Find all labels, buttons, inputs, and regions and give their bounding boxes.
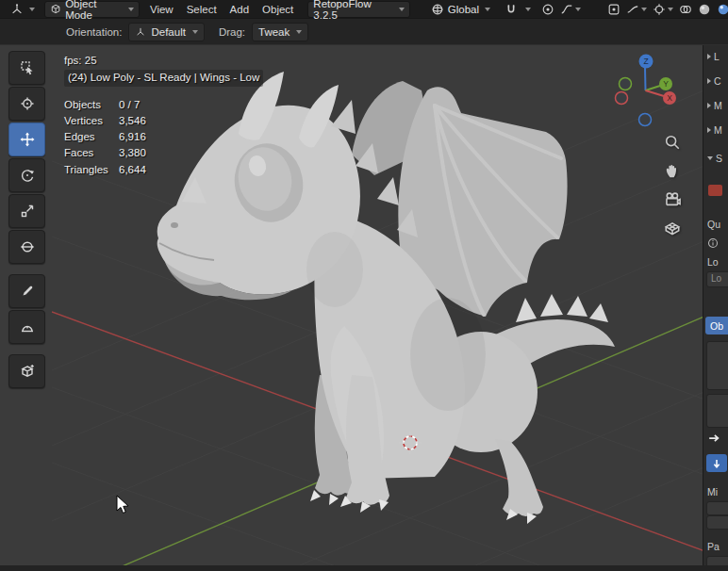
- tool-transform[interactable]: [8, 230, 45, 264]
- stat-row: Vertices3,546: [64, 113, 263, 129]
- move-icon: [20, 132, 35, 147]
- camera-view-control[interactable]: [664, 191, 681, 208]
- editor-type-dropdown[interactable]: [5, 1, 41, 18]
- stat-row: Triangles6,644: [64, 162, 263, 178]
- rotate-icon: [20, 168, 35, 183]
- sidebar-info-button[interactable]: [707, 237, 719, 249]
- retopoflow-label: RetopoFlow 3.2.5: [313, 0, 392, 21]
- toolbar: [8, 51, 45, 388]
- magnifier-icon: [664, 134, 681, 151]
- sidebar-section-0[interactable]: L: [707, 51, 720, 62]
- falloff-curve-icon: [626, 3, 639, 16]
- tool-scale[interactable]: [8, 194, 45, 228]
- gizmo-icon: [653, 3, 666, 16]
- tool-move[interactable]: [8, 122, 45, 156]
- hand-icon: [664, 163, 681, 180]
- sidebar-listbox[interactable]: [706, 341, 728, 390]
- dragon-back-leg: [495, 439, 543, 516]
- orientation-setting-label: Orientation:: [66, 26, 122, 38]
- falloff-shape-dropdown[interactable]: [623, 1, 650, 17]
- sidebar-red-button[interactable]: [708, 185, 722, 196]
- active-collection-label: (24) Low Poly - SL Ready | Wings - Low: [64, 70, 263, 86]
- dragon-nostril: [171, 222, 178, 228]
- sidebar-low-field[interactable]: Lo: [706, 271, 728, 287]
- show-overlays-toggle[interactable]: [676, 1, 695, 17]
- menu-view[interactable]: View: [143, 2, 180, 17]
- magnet-icon: [505, 3, 518, 16]
- sidebar-section-1[interactable]: C: [707, 75, 721, 87]
- orientation-setting-dropdown[interactable]: Default: [128, 23, 204, 41]
- menu-object[interactable]: Object: [256, 2, 300, 17]
- menu-add[interactable]: Add: [223, 2, 256, 17]
- mode-label: Object Mode: [65, 0, 123, 21]
- viewport-stats: fps: 25 (24) Low Poly - SL Ready | Wings…: [64, 53, 263, 178]
- sidebar-down-button[interactable]: [706, 454, 727, 472]
- cursor-icon: [20, 96, 35, 111]
- select-box-icon: [20, 60, 35, 75]
- mouse-cursor: [116, 495, 131, 515]
- proportional-falloff-dropdown[interactable]: [557, 1, 584, 17]
- retopoflow-menu[interactable]: RetopoFlow 3.2.5: [307, 1, 409, 18]
- tool-annotate[interactable]: [8, 274, 45, 308]
- navigation-gizmo[interactable]: Z Y X: [611, 53, 683, 128]
- camera-icon: [664, 191, 681, 208]
- gizmo-neg-x[interactable]: [616, 92, 628, 105]
- ortho-view-control[interactable]: [664, 220, 681, 237]
- tool-add-cube[interactable]: [8, 354, 45, 388]
- sidebar-quick-label: Qu: [707, 219, 720, 230]
- stat-row: Edges6,916: [64, 129, 263, 145]
- tool-rotate[interactable]: [8, 158, 45, 192]
- sidebar-ob-button[interactable]: Ob: [705, 317, 728, 334]
- dragon-shading: [410, 298, 486, 411]
- gizmo-neg-z[interactable]: [639, 114, 652, 126]
- sidebar-field[interactable]: [706, 515, 728, 530]
- pencil-icon: [20, 284, 35, 299]
- right-sidebar: L C M M S Qu Lo Lo Ob Mi: [703, 43, 728, 571]
- tool-measure[interactable]: [8, 310, 45, 344]
- tool-select-box[interactable]: [8, 51, 45, 85]
- sidebar-min-label: Mi: [707, 486, 718, 498]
- material-sphere-icon: [717, 3, 728, 16]
- sidebar-section-2[interactable]: M: [707, 100, 722, 111]
- chevron-down-icon: [668, 8, 673, 11]
- snapping-toggle[interactable]: [502, 1, 521, 17]
- shading-solid-toggle[interactable]: [695, 1, 714, 17]
- menu-select[interactable]: Select: [180, 2, 223, 17]
- show-gizmos-dropdown[interactable]: [650, 1, 676, 17]
- shading-material-toggle[interactable]: [714, 1, 728, 17]
- fps-counter: fps: 25: [64, 53, 263, 69]
- chevron-right-icon: [707, 78, 711, 84]
- chevron-down-icon: [296, 30, 302, 34]
- pan-control[interactable]: [664, 163, 681, 180]
- scale-icon: [20, 204, 35, 219]
- sidebar-field[interactable]: [706, 501, 728, 515]
- tool-cursor[interactable]: [8, 87, 45, 121]
- orientation-label: Global: [448, 4, 479, 15]
- sidebar-listbox[interactable]: [706, 394, 728, 428]
- sidebar-section-3[interactable]: M: [707, 124, 722, 136]
- object-mode-dropdown[interactable]: Object Mode: [44, 1, 140, 18]
- falloff-curve-icon: [560, 3, 573, 16]
- dragon-tail-spikes: [516, 294, 608, 322]
- transform-icon: [20, 239, 35, 254]
- snapping-dropdown[interactable]: [521, 1, 534, 17]
- stat-row: Faces3,380: [64, 145, 263, 161]
- transform-orientation-dropdown[interactable]: Global: [425, 1, 496, 18]
- proportional-editing-toggle[interactable]: [538, 1, 557, 17]
- sidebar-arrow-button[interactable]: [707, 432, 720, 445]
- scene-statistics: Objects0 / 7 Vertices3,546 Edges6,916 Fa…: [64, 97, 263, 178]
- sidebar-section-4[interactable]: S: [707, 153, 722, 164]
- gizmo-neg-y[interactable]: [620, 78, 632, 90]
- chevron-down-icon: [485, 8, 490, 11]
- sidebar-pal-label: Pa: [707, 541, 720, 552]
- snap-target-toggle[interactable]: [604, 1, 623, 17]
- 3d-viewport-icon: [10, 3, 24, 16]
- dot-square-icon: [607, 3, 620, 16]
- chevron-down-icon: [192, 30, 198, 34]
- arrow-down-icon: [711, 458, 722, 469]
- chevron-down-icon: [128, 8, 134, 11]
- status-bar: [0, 565, 728, 571]
- zoom-control[interactable]: [664, 134, 681, 151]
- drag-setting-dropdown[interactable]: Tweak: [252, 23, 308, 41]
- gizmo-y-label: Y: [663, 79, 669, 89]
